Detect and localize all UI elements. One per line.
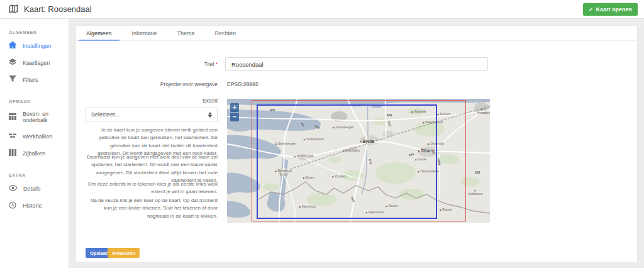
page-title: Kaart: Roosendaal	[24, 4, 92, 14]
kaart-openen-label: Kaart openen	[596, 6, 632, 13]
app-window: Kaart: Roosendaal ✓ Kaart openen ALGEMEE…	[0, 0, 644, 268]
sidebar-section-opmaak: OPMAAK Boven- en onderbalk Werkbalken Zi…	[0, 94, 69, 162]
tab-algemeen[interactable]: Algemeen	[76, 26, 122, 40]
extent-label: Extent	[76, 98, 218, 104]
map-label: Veldhoven	[468, 189, 482, 196]
map-label: A58	[475, 171, 480, 174]
zoom-in-button[interactable]: +	[230, 103, 239, 112]
extent-select[interactable]: Selecteer...	[86, 108, 218, 121]
sidebar-item-boven-en-onderbalk[interactable]: Boven- en onderbalk	[0, 106, 69, 128]
sidebar-item-label: Instellingen	[23, 43, 52, 49]
sidebar-section-extra: EXTRA Details Historie	[0, 168, 69, 215]
sidebar-item-label: Boven- en onderbalk	[23, 111, 69, 123]
sidebar: ALGEMEEN Instellingen Kaartlagen Filters…	[0, 19, 69, 268]
sidebar-item-label: Filters	[23, 77, 38, 83]
kaart-openen-button[interactable]: ✓ Kaart openen	[583, 3, 638, 16]
section-header: ALGEMEEN	[0, 25, 69, 37]
sidebar-item-label: Details	[23, 186, 41, 192]
table-icon	[9, 113, 16, 121]
columns-icon	[9, 149, 16, 157]
filter-icon	[9, 75, 16, 84]
titel-label: Titel *	[76, 61, 218, 67]
required-mark: *	[216, 61, 218, 67]
content-card: Algemeen Informatie Thema Rechten Titel …	[75, 25, 638, 262]
titel-input[interactable]	[225, 57, 488, 71]
map-label: 's-Hertogen	[477, 108, 490, 115]
projectie-label: Projectie voor weergave	[76, 81, 218, 87]
sidebar-item-label: Historie	[23, 203, 42, 209]
section-header: EXTRA	[0, 168, 69, 180]
tab-rechten[interactable]: Rechten	[205, 26, 247, 40]
section-header: OPMAAK	[0, 94, 69, 106]
sidebar-item-label: Werkbalken	[23, 133, 52, 140]
sidebar-item-label: Kaartlagen	[23, 60, 50, 66]
help-paragraph: Na de keuze klik je één keer op de kaart…	[86, 197, 218, 220]
sidebar-item-instellingen[interactable]: Instellingen	[0, 37, 69, 54]
extent-select-value: Selecteer...	[91, 111, 208, 118]
map-icon	[9, 4, 18, 16]
eye-icon	[9, 184, 17, 193]
tab-informatie[interactable]: Informatie	[122, 26, 167, 40]
sidebar-section-algemeen: ALGEMEEN Instellingen Kaartlagen Filters	[0, 25, 69, 88]
sidebar-item-filters[interactable]: Filters	[0, 71, 69, 88]
layers-icon	[9, 59, 16, 67]
check-icon: ✓	[589, 6, 594, 13]
startextent-blue-frame	[257, 104, 437, 219]
map-zoom-control: + −	[230, 103, 239, 121]
sidebar-item-label: Zijbalken	[23, 150, 45, 157]
sidebar-item-zijbalken[interactable]: Zijbalken	[0, 145, 69, 162]
tab-thema[interactable]: Thema	[167, 26, 205, 40]
clock-icon	[9, 201, 16, 210]
select-arrows-icon	[208, 112, 212, 118]
zoom-out-button[interactable]: −	[230, 113, 239, 121]
annuleren-button[interactable]: Annuleren	[108, 248, 140, 258]
sidebar-item-historie[interactable]: Historie	[0, 197, 69, 215]
projectie-value: EPSG:28992	[227, 81, 258, 87]
home-icon	[9, 42, 16, 50]
toolbar-icon	[9, 132, 16, 140]
header: Kaart: Roosendaal ✓ Kaart openen	[0, 0, 644, 19]
sidebar-item-details[interactable]: Details	[0, 180, 69, 197]
sidebar-item-werkbalken[interactable]: Werkbalken	[0, 128, 69, 145]
sidebar-item-kaartlagen[interactable]: Kaartlagen	[0, 54, 69, 71]
tab-bar: Algemeen Informatie Thema Rechten	[76, 26, 637, 41]
map-canvas[interactable]: N59A4A59A59A27A16E19A58A58N269Zevenberge…	[227, 99, 490, 223]
help-paragraph: Om deze extents in te tekenen kies je al…	[86, 181, 218, 196]
